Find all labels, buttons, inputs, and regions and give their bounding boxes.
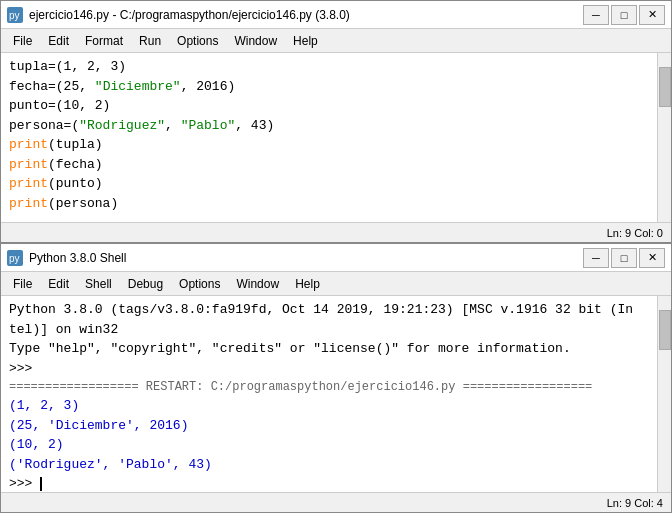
svg-text:py: py [9,253,20,264]
code-line-8: print(persona) [9,194,663,214]
editor-menu-options[interactable]: Options [169,32,226,50]
shell-menu-help[interactable]: Help [287,275,328,293]
shell-prompt-1: >>> [9,359,663,379]
shell-menu-debug[interactable]: Debug [120,275,171,293]
shell-output-1: (1, 2, 3) [9,396,663,416]
editor-scrollbar[interactable] [657,53,671,222]
editor-window: py ejercicio146.py - C:/programaspython/… [0,0,672,243]
shell-status-text: Ln: 9 Col: 4 [607,497,663,509]
shell-output-3: (10, 2) [9,435,663,455]
shell-menu-bar: File Edit Shell Debug Options Window Hel… [1,272,671,296]
shell-scrollbar-thumb[interactable] [659,310,671,350]
code-line-5: print(tupla) [9,135,663,155]
editor-menu-help[interactable]: Help [285,32,326,50]
shell-maximize-button[interactable]: □ [611,248,637,268]
code-line-4: persona=("Rodriguez", "Pablo", 43) [9,116,663,136]
shell-menu-edit[interactable]: Edit [40,275,77,293]
shell-title-text: Python 3.8.0 Shell [29,251,126,265]
shell-menu-options[interactable]: Options [171,275,228,293]
code-line-7: print(punto) [9,174,663,194]
code-line-2: fecha=(25, "Diciembre", 2016) [9,77,663,97]
shell-menu-shell[interactable]: Shell [77,275,120,293]
editor-menu-bar: File Edit Format Run Options Window Help [1,29,671,53]
editor-scrollbar-thumb[interactable] [659,67,671,107]
code-line-3: punto=(10, 2) [9,96,663,116]
shell-banner-line1: Python 3.8.0 (tags/v3.8.0:fa919fd, Oct 1… [9,300,663,320]
shell-banner-line3: Type "help", "copyright", "credits" or "… [9,339,663,359]
code-line-1: tupla=(1, 2, 3) [9,57,663,77]
shell-title-controls: ─ □ ✕ [583,248,665,268]
editor-title-controls: ─ □ ✕ [583,5,665,25]
shell-python-icon: py [7,250,23,266]
shell-separator: ================== RESTART: C:/programas… [9,378,663,396]
shell-title-bar: py Python 3.8.0 Shell ─ □ ✕ [1,244,671,272]
python-icon: py [7,7,23,23]
editor-status-bar: Ln: 9 Col: 0 [1,222,671,242]
shell-minimize-button[interactable]: ─ [583,248,609,268]
editor-minimize-button[interactable]: ─ [583,5,609,25]
shell-content-area[interactable]: Python 3.8.0 (tags/v3.8.0:fa919fd, Oct 1… [1,296,671,492]
shell-menu-window[interactable]: Window [228,275,287,293]
editor-title-text: ejercicio146.py - C:/programaspython/eje… [29,8,350,22]
editor-maximize-button[interactable]: □ [611,5,637,25]
editor-title-bar: py ejercicio146.py - C:/programaspython/… [1,1,671,29]
shell-prompt-2: >>> [9,474,663,492]
editor-menu-format[interactable]: Format [77,32,131,50]
shell-close-button[interactable]: ✕ [639,248,665,268]
editor-menu-run[interactable]: Run [131,32,169,50]
shell-status-bar: Ln: 9 Col: 4 [1,492,671,512]
shell-output-2: (25, 'Diciembre', 2016) [9,416,663,436]
shell-title-left: py Python 3.8.0 Shell [7,250,126,266]
editor-title-left: py ejercicio146.py - C:/programaspython/… [7,7,350,23]
shell-banner-line2: tel)] on win32 [9,320,663,340]
svg-text:py: py [9,10,20,21]
shell-menu-file[interactable]: File [5,275,40,293]
editor-menu-edit[interactable]: Edit [40,32,77,50]
editor-status-text: Ln: 9 Col: 0 [607,227,663,239]
code-line-6: print(fecha) [9,155,663,175]
editor-close-button[interactable]: ✕ [639,5,665,25]
shell-scrollbar[interactable] [657,296,671,492]
editor-menu-window[interactable]: Window [226,32,285,50]
shell-window: py Python 3.8.0 Shell ─ □ ✕ File Edit Sh… [0,243,672,513]
shell-output-4: ('Rodriguez', 'Pablo', 43) [9,455,663,475]
editor-code-area[interactable]: tupla=(1, 2, 3) fecha=(25, "Diciembre", … [1,53,671,222]
editor-menu-file[interactable]: File [5,32,40,50]
